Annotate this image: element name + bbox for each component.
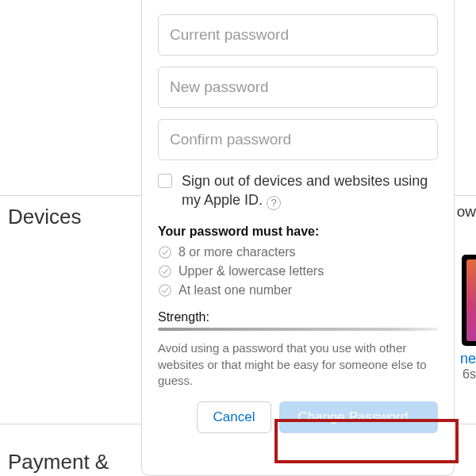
requirement-item: At least one number bbox=[158, 283, 438, 298]
password-advice: Avoid using a password that you use with… bbox=[158, 340, 438, 389]
requirement-item: Upper & lowercase letters bbox=[158, 264, 438, 278]
strength-label: Strength: bbox=[158, 310, 438, 324]
svg-point-2 bbox=[159, 285, 171, 296]
confirm-password-field[interactable]: Confirm password bbox=[158, 119, 438, 160]
requirements-title: Your password must have: bbox=[158, 225, 438, 239]
help-icon[interactable]: ? bbox=[267, 196, 281, 210]
requirement-item: 8 or more characters bbox=[158, 245, 438, 259]
svg-point-0 bbox=[159, 247, 171, 258]
truncated-text-right: ow bbox=[457, 203, 476, 221]
button-row: Cancel Change Password... bbox=[158, 401, 438, 433]
current-password-field[interactable]: Current password bbox=[158, 14, 438, 56]
requirement-text: At least one number bbox=[178, 283, 292, 298]
signout-row: Sign out of devices and websites using m… bbox=[158, 171, 438, 210]
change-password-popover: Current password New password Confirm pa… bbox=[141, 0, 455, 476]
strength-meter bbox=[158, 328, 438, 331]
cancel-button[interactable]: Cancel bbox=[197, 401, 271, 433]
signout-label-text: Sign out of devices and websites using m… bbox=[182, 173, 428, 208]
requirement-text: 8 or more characters bbox=[178, 245, 296, 259]
change-password-button[interactable]: Change Password... bbox=[279, 401, 438, 433]
signout-checkbox[interactable] bbox=[158, 174, 172, 188]
check-circle-icon bbox=[158, 245, 172, 259]
current-password-placeholder: Current password bbox=[170, 26, 289, 44]
check-circle-icon bbox=[158, 264, 172, 278]
page-background: Devices Payment & ow ne 6s Current passw… bbox=[0, 0, 476, 476]
device-thumbnail[interactable] bbox=[462, 255, 476, 346]
section-title-devices: Devices bbox=[8, 205, 81, 229]
new-password-field[interactable]: New password bbox=[158, 67, 438, 108]
device-link-fragment[interactable]: ne bbox=[460, 351, 476, 367]
device-thumbnail-screen bbox=[466, 259, 476, 341]
section-title-payment: Payment & bbox=[8, 450, 109, 474]
requirement-text: Upper & lowercase letters bbox=[178, 264, 324, 278]
confirm-password-placeholder: Confirm password bbox=[170, 131, 291, 148]
device-subtext-fragment: 6s bbox=[463, 367, 476, 382]
check-circle-icon bbox=[158, 283, 172, 298]
new-password-placeholder: New password bbox=[170, 79, 269, 96]
svg-point-1 bbox=[159, 266, 171, 277]
signout-label: Sign out of devices and websites using m… bbox=[182, 171, 438, 210]
